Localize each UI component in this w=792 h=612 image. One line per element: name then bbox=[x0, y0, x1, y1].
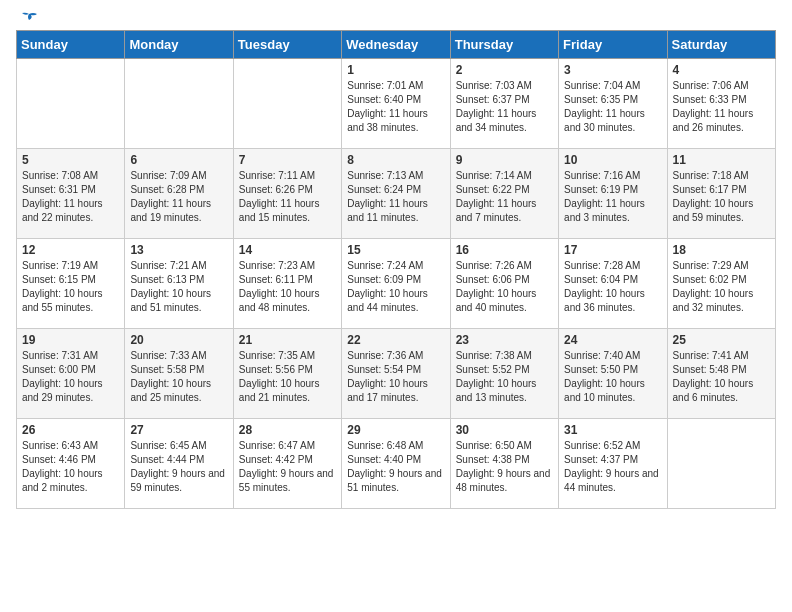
logo bbox=[16, 16, 39, 22]
calendar-cell: 16Sunrise: 7:26 AM Sunset: 6:06 PM Dayli… bbox=[450, 239, 558, 329]
day-info: Sunrise: 6:52 AM Sunset: 4:37 PM Dayligh… bbox=[564, 439, 661, 495]
day-info: Sunrise: 6:45 AM Sunset: 4:44 PM Dayligh… bbox=[130, 439, 227, 495]
day-info: Sunrise: 7:13 AM Sunset: 6:24 PM Dayligh… bbox=[347, 169, 444, 225]
day-info: Sunrise: 7:01 AM Sunset: 6:40 PM Dayligh… bbox=[347, 79, 444, 135]
logo-bird-icon bbox=[19, 12, 39, 28]
day-number: 25 bbox=[673, 333, 770, 347]
calendar-cell: 24Sunrise: 7:40 AM Sunset: 5:50 PM Dayli… bbox=[559, 329, 667, 419]
day-info: Sunrise: 7:03 AM Sunset: 6:37 PM Dayligh… bbox=[456, 79, 553, 135]
calendar-cell bbox=[17, 59, 125, 149]
calendar-cell: 26Sunrise: 6:43 AM Sunset: 4:46 PM Dayli… bbox=[17, 419, 125, 509]
calendar-header-row: SundayMondayTuesdayWednesdayThursdayFrid… bbox=[17, 31, 776, 59]
day-number: 3 bbox=[564, 63, 661, 77]
day-info: Sunrise: 7:09 AM Sunset: 6:28 PM Dayligh… bbox=[130, 169, 227, 225]
day-info: Sunrise: 7:16 AM Sunset: 6:19 PM Dayligh… bbox=[564, 169, 661, 225]
calendar-cell: 18Sunrise: 7:29 AM Sunset: 6:02 PM Dayli… bbox=[667, 239, 775, 329]
calendar-week-row: 1Sunrise: 7:01 AM Sunset: 6:40 PM Daylig… bbox=[17, 59, 776, 149]
calendar-cell bbox=[125, 59, 233, 149]
day-number: 21 bbox=[239, 333, 336, 347]
day-number: 27 bbox=[130, 423, 227, 437]
day-info: Sunrise: 7:08 AM Sunset: 6:31 PM Dayligh… bbox=[22, 169, 119, 225]
day-info: Sunrise: 7:38 AM Sunset: 5:52 PM Dayligh… bbox=[456, 349, 553, 405]
calendar-week-row: 5Sunrise: 7:08 AM Sunset: 6:31 PM Daylig… bbox=[17, 149, 776, 239]
calendar-cell: 21Sunrise: 7:35 AM Sunset: 5:56 PM Dayli… bbox=[233, 329, 341, 419]
header-wednesday: Wednesday bbox=[342, 31, 450, 59]
day-info: Sunrise: 7:19 AM Sunset: 6:15 PM Dayligh… bbox=[22, 259, 119, 315]
calendar-cell: 8Sunrise: 7:13 AM Sunset: 6:24 PM Daylig… bbox=[342, 149, 450, 239]
day-number: 18 bbox=[673, 243, 770, 257]
day-number: 22 bbox=[347, 333, 444, 347]
header-tuesday: Tuesday bbox=[233, 31, 341, 59]
calendar-cell: 14Sunrise: 7:23 AM Sunset: 6:11 PM Dayli… bbox=[233, 239, 341, 329]
calendar-cell bbox=[233, 59, 341, 149]
day-number: 14 bbox=[239, 243, 336, 257]
day-info: Sunrise: 7:28 AM Sunset: 6:04 PM Dayligh… bbox=[564, 259, 661, 315]
day-number: 30 bbox=[456, 423, 553, 437]
day-number: 13 bbox=[130, 243, 227, 257]
calendar-cell: 15Sunrise: 7:24 AM Sunset: 6:09 PM Dayli… bbox=[342, 239, 450, 329]
calendar-week-row: 19Sunrise: 7:31 AM Sunset: 6:00 PM Dayli… bbox=[17, 329, 776, 419]
calendar-cell: 9Sunrise: 7:14 AM Sunset: 6:22 PM Daylig… bbox=[450, 149, 558, 239]
day-number: 8 bbox=[347, 153, 444, 167]
calendar-cell: 27Sunrise: 6:45 AM Sunset: 4:44 PM Dayli… bbox=[125, 419, 233, 509]
calendar-cell: 28Sunrise: 6:47 AM Sunset: 4:42 PM Dayli… bbox=[233, 419, 341, 509]
header-friday: Friday bbox=[559, 31, 667, 59]
calendar-cell bbox=[667, 419, 775, 509]
calendar-cell: 2Sunrise: 7:03 AM Sunset: 6:37 PM Daylig… bbox=[450, 59, 558, 149]
day-info: Sunrise: 7:04 AM Sunset: 6:35 PM Dayligh… bbox=[564, 79, 661, 135]
calendar-cell: 6Sunrise: 7:09 AM Sunset: 6:28 PM Daylig… bbox=[125, 149, 233, 239]
day-number: 5 bbox=[22, 153, 119, 167]
day-info: Sunrise: 6:50 AM Sunset: 4:38 PM Dayligh… bbox=[456, 439, 553, 495]
day-number: 31 bbox=[564, 423, 661, 437]
calendar-cell: 3Sunrise: 7:04 AM Sunset: 6:35 PM Daylig… bbox=[559, 59, 667, 149]
day-number: 1 bbox=[347, 63, 444, 77]
calendar-cell: 25Sunrise: 7:41 AM Sunset: 5:48 PM Dayli… bbox=[667, 329, 775, 419]
day-info: Sunrise: 6:48 AM Sunset: 4:40 PM Dayligh… bbox=[347, 439, 444, 495]
calendar-cell: 13Sunrise: 7:21 AM Sunset: 6:13 PM Dayli… bbox=[125, 239, 233, 329]
day-number: 29 bbox=[347, 423, 444, 437]
day-number: 6 bbox=[130, 153, 227, 167]
calendar-cell: 4Sunrise: 7:06 AM Sunset: 6:33 PM Daylig… bbox=[667, 59, 775, 149]
header-saturday: Saturday bbox=[667, 31, 775, 59]
day-info: Sunrise: 7:41 AM Sunset: 5:48 PM Dayligh… bbox=[673, 349, 770, 405]
calendar-table: SundayMondayTuesdayWednesdayThursdayFrid… bbox=[16, 30, 776, 509]
calendar-cell: 23Sunrise: 7:38 AM Sunset: 5:52 PM Dayli… bbox=[450, 329, 558, 419]
day-number: 2 bbox=[456, 63, 553, 77]
calendar-week-row: 12Sunrise: 7:19 AM Sunset: 6:15 PM Dayli… bbox=[17, 239, 776, 329]
calendar-cell: 5Sunrise: 7:08 AM Sunset: 6:31 PM Daylig… bbox=[17, 149, 125, 239]
calendar-cell: 22Sunrise: 7:36 AM Sunset: 5:54 PM Dayli… bbox=[342, 329, 450, 419]
day-number: 10 bbox=[564, 153, 661, 167]
day-number: 7 bbox=[239, 153, 336, 167]
day-info: Sunrise: 7:24 AM Sunset: 6:09 PM Dayligh… bbox=[347, 259, 444, 315]
day-number: 17 bbox=[564, 243, 661, 257]
day-info: Sunrise: 7:26 AM Sunset: 6:06 PM Dayligh… bbox=[456, 259, 553, 315]
day-number: 12 bbox=[22, 243, 119, 257]
calendar-week-row: 26Sunrise: 6:43 AM Sunset: 4:46 PM Dayli… bbox=[17, 419, 776, 509]
day-info: Sunrise: 7:31 AM Sunset: 6:00 PM Dayligh… bbox=[22, 349, 119, 405]
day-info: Sunrise: 7:36 AM Sunset: 5:54 PM Dayligh… bbox=[347, 349, 444, 405]
calendar-cell: 30Sunrise: 6:50 AM Sunset: 4:38 PM Dayli… bbox=[450, 419, 558, 509]
calendar-cell: 12Sunrise: 7:19 AM Sunset: 6:15 PM Dayli… bbox=[17, 239, 125, 329]
day-number: 23 bbox=[456, 333, 553, 347]
day-info: Sunrise: 7:14 AM Sunset: 6:22 PM Dayligh… bbox=[456, 169, 553, 225]
day-info: Sunrise: 7:18 AM Sunset: 6:17 PM Dayligh… bbox=[673, 169, 770, 225]
calendar-cell: 1Sunrise: 7:01 AM Sunset: 6:40 PM Daylig… bbox=[342, 59, 450, 149]
calendar-cell: 17Sunrise: 7:28 AM Sunset: 6:04 PM Dayli… bbox=[559, 239, 667, 329]
day-number: 9 bbox=[456, 153, 553, 167]
calendar-cell: 19Sunrise: 7:31 AM Sunset: 6:00 PM Dayli… bbox=[17, 329, 125, 419]
day-info: Sunrise: 6:43 AM Sunset: 4:46 PM Dayligh… bbox=[22, 439, 119, 495]
calendar-cell: 31Sunrise: 6:52 AM Sunset: 4:37 PM Dayli… bbox=[559, 419, 667, 509]
day-info: Sunrise: 7:33 AM Sunset: 5:58 PM Dayligh… bbox=[130, 349, 227, 405]
day-number: 24 bbox=[564, 333, 661, 347]
page-header bbox=[16, 16, 776, 22]
day-info: Sunrise: 7:21 AM Sunset: 6:13 PM Dayligh… bbox=[130, 259, 227, 315]
day-number: 19 bbox=[22, 333, 119, 347]
day-info: Sunrise: 7:40 AM Sunset: 5:50 PM Dayligh… bbox=[564, 349, 661, 405]
day-number: 16 bbox=[456, 243, 553, 257]
day-info: Sunrise: 6:47 AM Sunset: 4:42 PM Dayligh… bbox=[239, 439, 336, 495]
calendar-cell: 10Sunrise: 7:16 AM Sunset: 6:19 PM Dayli… bbox=[559, 149, 667, 239]
header-sunday: Sunday bbox=[17, 31, 125, 59]
day-number: 20 bbox=[130, 333, 227, 347]
day-info: Sunrise: 7:11 AM Sunset: 6:26 PM Dayligh… bbox=[239, 169, 336, 225]
calendar-cell: 7Sunrise: 7:11 AM Sunset: 6:26 PM Daylig… bbox=[233, 149, 341, 239]
